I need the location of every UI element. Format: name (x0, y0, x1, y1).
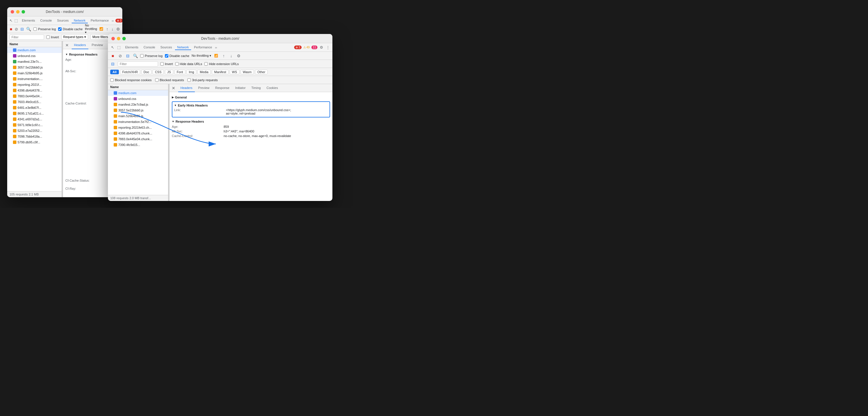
detail-tab-headers-2[interactable]: Headers (178, 84, 195, 92)
file-item-6481[interactable]: 6481.e3e8b67f... (7, 105, 62, 111)
filter-input-2[interactable] (118, 61, 158, 66)
tab-console-2[interactable]: Console (141, 45, 157, 50)
file-item-5203[interactable]: 5203.e7a22052... (7, 128, 62, 133)
download-icon-2[interactable]: ↓ (228, 53, 234, 58)
request-types-button[interactable]: Request types ▾ (61, 34, 88, 40)
type-btn-manifest[interactable]: Manifest (212, 70, 228, 74)
file-item-unbound[interactable]: unbound.css (7, 53, 62, 59)
file-item-8695[interactable]: 8695.17d1af21.c... (7, 111, 62, 116)
blocked-response-cookies-checkbox[interactable] (110, 78, 114, 82)
detail-tab-headers-1[interactable]: Headers (72, 41, 88, 49)
detail-tab-preview-1[interactable]: Preview (90, 41, 105, 49)
hide-extension-urls-checkbox[interactable] (204, 62, 208, 66)
upload-icon-2[interactable]: ↑ (221, 53, 226, 58)
file-item-7603[interactable]: 7603.4fe0cd15... (7, 99, 62, 105)
detail-close-1[interactable]: ✕ (65, 43, 69, 48)
preserve-log-label[interactable]: Preserve log (33, 27, 56, 31)
wifi-icon[interactable]: 📶 (99, 27, 103, 32)
tab-network-2[interactable]: Network (175, 45, 191, 50)
upload-icon[interactable]: ↑ (105, 27, 108, 32)
disable-cache-label-2[interactable]: Disable cache (165, 54, 189, 58)
response-headers-section-2[interactable]: Response Headers (172, 119, 330, 124)
preserve-log-label-2[interactable]: Preserve log (140, 54, 163, 58)
type-btn-all[interactable]: All (110, 70, 119, 74)
cursor-icon-2[interactable]: ↖ (110, 45, 115, 50)
invert-checkbox[interactable] (46, 35, 50, 39)
invert-label-2[interactable]: Invert (160, 62, 173, 66)
type-btn-media[interactable]: Media (197, 70, 211, 74)
tab-sources[interactable]: Sources (55, 18, 71, 23)
file-item-instrumentation[interactable]: instrumentation.... (7, 76, 62, 82)
type-btn-css[interactable]: CSS (153, 70, 164, 74)
blocked-response-cookies-label[interactable]: Blocked response cookies (110, 78, 152, 82)
file-item-main[interactable]: main.526b4b95.js (7, 70, 62, 76)
type-btn-img[interactable]: Img (186, 70, 196, 74)
file-item-5799[interactable]: 5799.db95.c9f... (7, 139, 62, 145)
blocked-requests-label[interactable]: Blocked requests (155, 78, 184, 82)
hide-data-urls-checkbox[interactable] (175, 62, 179, 66)
disable-cache-label[interactable]: Disable cache (58, 27, 83, 31)
disable-cache-checkbox-2[interactable] (165, 54, 168, 58)
file-item-7883[interactable]: 7883.0e445e04... (7, 93, 62, 99)
file-item-7883-2[interactable]: 7883.0e445e04.chunk... (108, 136, 168, 142)
file-item-5971[interactable]: 5971.fd9e1c6f.c... (7, 122, 62, 128)
file-item-manifest-2[interactable]: manifest.23e7c9ad.js (108, 101, 168, 108)
file-item-medium[interactable]: medium.com (7, 47, 62, 53)
type-btn-other[interactable]: Other (255, 70, 268, 74)
close-button-2[interactable] (112, 37, 115, 40)
detail-tab-timing-2[interactable]: Timing (249, 84, 263, 92)
file-item-reporting-2[interactable]: reporting.2021fe63.ch... (108, 125, 168, 130)
file-item-unbound-2[interactable]: unbound.css (108, 96, 168, 101)
file-item-7390-2[interactable]: 7390.4fc9d15... (108, 142, 168, 148)
third-party-requests-label[interactable]: 3rd-party requests (187, 78, 218, 82)
close-button-1[interactable] (11, 10, 14, 13)
stop-icon-2[interactable]: ■ (110, 53, 115, 58)
maximize-button-1[interactable] (22, 10, 25, 13)
device-icon-2[interactable]: ⬚ (117, 45, 121, 50)
hide-data-urls-label[interactable]: Hide data URLs (175, 62, 202, 66)
file-item-manifest[interactable]: manifest.23e7c... (7, 59, 62, 64)
file-item-3057-2[interactable]: 3057.5e22bbb0.js (108, 108, 168, 113)
type-btn-wasm[interactable]: Wasm (241, 70, 254, 74)
type-btn-js[interactable]: JS (165, 70, 173, 74)
throttle-select[interactable]: No throttling ▾ (85, 24, 97, 34)
tab-elements[interactable]: Elements (20, 18, 37, 23)
cursor-icon[interactable]: ↖ (9, 19, 13, 23)
detail-tab-initiator-2[interactable]: Initiator (233, 84, 248, 92)
detail-close-2[interactable]: ✕ (172, 86, 175, 90)
file-item-4398-2[interactable]: 4398.db4d4378.chunk... (108, 130, 168, 136)
clear-icon[interactable]: ⊘ (15, 27, 18, 32)
device-icon[interactable]: ⬚ (14, 19, 18, 23)
download-icon[interactable]: ↓ (111, 27, 114, 32)
tab-network[interactable]: Network (72, 18, 88, 23)
file-item-4398[interactable]: 4398.db4d4378... (7, 88, 62, 93)
blocked-requests-checkbox[interactable] (155, 78, 159, 82)
early-hints-section-header[interactable]: Early Hints Headers (174, 103, 328, 108)
wifi-icon-2[interactable]: 📶 (214, 53, 219, 58)
settings-icon-2[interactable]: ⚙ (319, 45, 324, 50)
maximize-button-2[interactable] (122, 37, 126, 40)
invert-label[interactable]: Invert (46, 35, 59, 39)
preserve-log-checkbox[interactable] (33, 27, 37, 31)
disable-cache-checkbox[interactable] (58, 27, 62, 31)
detail-tab-response-2[interactable]: Response (213, 84, 232, 92)
tab-performance[interactable]: Performance (88, 18, 111, 23)
hide-extension-urls-label[interactable]: Hide extension URLs (204, 62, 239, 66)
file-item-7098[interactable]: 7098.7bbb418a... (7, 133, 62, 139)
filter-active-icon[interactable]: ⊟ (110, 61, 115, 66)
type-btn-font[interactable]: Font (175, 70, 185, 74)
minimize-button-1[interactable] (16, 10, 20, 13)
settings-icon-net[interactable]: ⚙ (116, 27, 120, 32)
search-icon[interactable]: 🔍 (26, 27, 31, 32)
clear-icon-2[interactable]: ⊘ (118, 53, 123, 58)
window-controls-1[interactable] (11, 10, 25, 13)
tab-elements-2[interactable]: Elements (123, 45, 141, 50)
general-section-header[interactable]: General (172, 94, 330, 100)
more-icon-2[interactable]: ⋮ (326, 45, 330, 50)
filter-icon[interactable]: ⊟ (21, 27, 24, 32)
tab-sources-2[interactable]: Sources (158, 45, 174, 50)
file-item-reporting[interactable]: reporting.2021f... (7, 82, 62, 88)
type-btn-doc[interactable]: Doc (141, 70, 152, 74)
file-item-4341[interactable]: 4341.e697d2a1... (7, 116, 62, 122)
tab-performance-2[interactable]: Performance (192, 45, 214, 50)
